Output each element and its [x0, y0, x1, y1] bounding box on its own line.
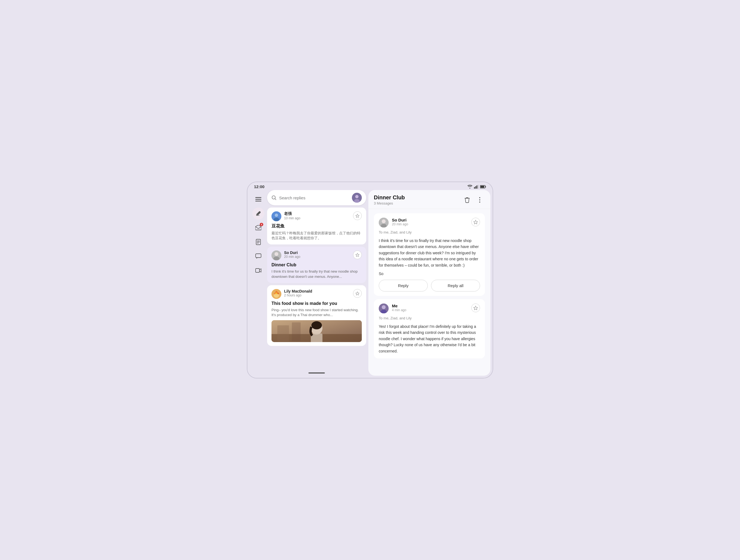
sidebar-item-documents[interactable]	[252, 236, 264, 248]
email-list: 老强 10 min ago 豆花鱼 最近忙吗？昨晚我去了你最爱的那家饭馆，点了他…	[267, 208, 366, 369]
svg-marker-35	[356, 292, 359, 295]
message-time-2: 4 min ago	[392, 308, 468, 312]
search-bar[interactable]	[267, 190, 366, 205]
message-sender-name-1: So Duri	[392, 218, 468, 222]
email-preview-3: Ping– you'd love this new food show I st…	[272, 308, 362, 318]
signal-icon	[474, 185, 478, 189]
message-sender-block-1: So Duri 20 min ago	[392, 218, 468, 226]
email-preview-1: 最近忙吗？昨晚我去了你最爱的那家饭馆，点了他们的特色豆花鱼，吃着吃着就想你了。	[272, 231, 362, 241]
sidebar-item-video[interactable]	[252, 264, 264, 276]
svg-rect-6	[480, 186, 484, 188]
sidebar-nav: 4	[250, 190, 267, 376]
email-card-2[interactable]: So Duri 20 min ago Dinner Club I think i…	[267, 247, 366, 283]
email-card-1[interactable]: 老强 10 min ago 豆花鱼 最近忙吗？昨晚我去了你最爱的那家饭馆，点了他…	[267, 208, 366, 244]
star-btn-msg1[interactable]	[471, 218, 480, 226]
svg-marker-49	[474, 220, 478, 224]
email-time-1: 10 min ago	[284, 216, 350, 220]
user-avatar	[352, 193, 362, 203]
reply-button[interactable]: Reply	[379, 280, 428, 292]
svg-point-16	[272, 196, 275, 199]
svg-rect-1	[475, 186, 476, 189]
svg-point-26	[275, 252, 278, 256]
device-frame: 12:00	[247, 182, 493, 378]
email-sender-info-3: Lily MacDonald 2 hours ago	[284, 289, 350, 297]
email-subject-1: 豆花鱼	[272, 223, 362, 229]
svg-point-42	[311, 321, 322, 330]
message-card-1: So Duri 20 min ago To me, Ziad, and Lily…	[374, 213, 485, 296]
message-header-2: Me 4 min ago	[379, 304, 480, 313]
sender-name-3: Lily MacDonald	[284, 289, 350, 294]
email-time-3: 2 hours ago	[284, 294, 350, 297]
compose-icon	[256, 211, 261, 216]
star-btn-3[interactable]	[353, 289, 362, 298]
sidebar-item-compose[interactable]	[252, 208, 264, 220]
sidebar-item-inbox[interactable]: 4	[252, 222, 264, 234]
reply-actions: Reply Reply all	[379, 280, 480, 292]
svg-point-34	[276, 293, 277, 294]
sidebar-item-menu[interactable]	[252, 193, 264, 205]
avatar-lily	[272, 289, 281, 299]
message-sender-block-2: Me 4 min ago	[392, 304, 468, 312]
svg-rect-0	[474, 187, 475, 189]
message-body-2: Yes! I forgot about that place! I'm defi…	[379, 324, 480, 354]
svg-rect-9	[255, 201, 261, 202]
svg-point-19	[355, 195, 359, 198]
more-options-button[interactable]	[474, 195, 485, 205]
thread-count: 3 Messages	[374, 201, 462, 205]
email-time-2: 20 min ago	[284, 255, 350, 259]
thread-title-block: Dinner Club 3 Messages	[374, 195, 462, 205]
svg-rect-8	[255, 199, 261, 200]
email-subject-2: Dinner Club	[272, 262, 362, 267]
inbox-badge: 4	[260, 223, 263, 226]
avatar-soduri-thread	[379, 218, 389, 227]
svg-rect-15	[256, 268, 260, 272]
svg-rect-3	[478, 185, 479, 189]
svg-marker-24	[356, 214, 359, 217]
sender-name-1: 老强	[284, 211, 350, 216]
thread-title: Dinner Club	[374, 195, 462, 201]
svg-line-17	[275, 199, 276, 200]
message-time-1: 20 min ago	[392, 222, 468, 226]
video-icon	[255, 268, 261, 272]
battery-icon	[480, 185, 486, 189]
app-frame: 4	[248, 190, 492, 378]
status-icons	[467, 185, 486, 189]
svg-rect-14	[256, 254, 261, 257]
star-btn-msg2[interactable]	[471, 304, 480, 312]
message-header-1: So Duri 20 min ago	[379, 218, 480, 227]
thread-header: Dinner Club 3 Messages	[368, 190, 490, 209]
thread-body: So Duri 20 min ago To me, Ziad, and Lily…	[368, 209, 490, 376]
svg-rect-5	[485, 186, 486, 187]
avatar-soduri-list	[272, 250, 281, 260]
status-time: 12:00	[254, 184, 264, 189]
reply-all-button[interactable]: Reply all	[431, 280, 480, 292]
svg-point-45	[479, 202, 480, 203]
svg-rect-7	[255, 197, 261, 198]
email-sender-info-2: So Duri 20 min ago	[284, 250, 350, 259]
svg-point-44	[479, 199, 480, 200]
message-body-1: I think it's time for us to finally try …	[379, 238, 480, 268]
svg-point-43	[479, 197, 480, 198]
email-subject-3: This food show is made for you	[272, 301, 362, 306]
svg-marker-53	[474, 306, 478, 310]
email-sender-info-1: 老强 10 min ago	[284, 211, 350, 220]
svg-rect-2	[476, 186, 477, 189]
email-preview-2: I think it's time for us to finally try …	[272, 269, 362, 279]
star-btn-1[interactable]	[353, 211, 362, 220]
email-image-3	[272, 320, 362, 342]
svg-point-51	[382, 305, 386, 309]
delete-thread-button[interactable]	[462, 195, 472, 205]
search-input[interactable]	[279, 196, 349, 200]
email-list-panel: 老强 10 min ago 豆花鱼 最近忙吗？昨晚我去了你最爱的那家饭馆，点了他…	[267, 190, 368, 376]
message-recipients-1: To me, Ziad, and Lily	[379, 230, 480, 234]
svg-rect-39	[292, 322, 301, 341]
search-icon	[272, 195, 276, 200]
svg-rect-38	[277, 325, 289, 342]
wifi-icon	[467, 185, 472, 189]
message-recipients-2: To me, Ziad, and Lily	[379, 316, 480, 320]
sidebar-item-chat[interactable]	[252, 250, 264, 262]
email-card-3[interactable]: Lily MacDonald 2 hours ago This food sho…	[267, 285, 366, 346]
thread-actions	[462, 195, 485, 205]
star-btn-2[interactable]	[353, 250, 362, 259]
chat-icon	[255, 253, 261, 259]
